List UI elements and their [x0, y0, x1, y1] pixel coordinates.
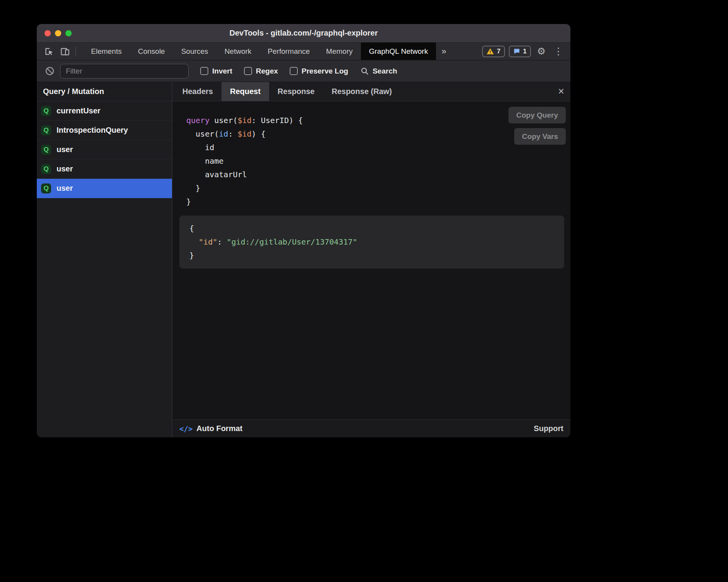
- search-toggle[interactable]: Search: [361, 67, 397, 75]
- minimize-window-button[interactable]: [55, 30, 61, 36]
- search-label: Search: [373, 67, 397, 75]
- tab-response-raw[interactable]: Response (Raw): [323, 82, 400, 101]
- query-list-item-label: user: [57, 164, 73, 173]
- query-type-badge: Q: [41, 125, 51, 135]
- tab-sources[interactable]: Sources: [173, 43, 216, 60]
- preserve-log-checkbox[interactable]: Preserve Log: [290, 67, 348, 75]
- devtools-window: DevTools - gitlab.com/-/graphql-explorer…: [37, 24, 570, 437]
- auto-format-label: Auto Format: [196, 424, 242, 433]
- preserve-log-checkbox-box: [290, 67, 298, 75]
- invert-checkbox-box: [200, 67, 208, 75]
- traffic-lights: [45, 24, 72, 42]
- warning-icon: [486, 48, 494, 55]
- query-list-item-label: IntrospectionQuery: [57, 126, 128, 135]
- request-body: Copy Query Copy Vars query user($id: Use…: [172, 101, 570, 419]
- request-detail-panel: Headers Request Response Response (Raw) …: [172, 82, 570, 437]
- content-area: Query / Mutation Q currentUser Q Introsp…: [37, 82, 570, 437]
- filter-input[interactable]: [60, 64, 189, 79]
- regex-checkbox-box: [244, 67, 252, 75]
- regex-checkbox[interactable]: Regex: [244, 67, 278, 75]
- console-warnings-badge[interactable]: 7: [482, 46, 505, 57]
- code-brackets-icon: </>: [179, 425, 192, 433]
- tab-headers[interactable]: Headers: [174, 82, 221, 101]
- query-list-item-user-3-selected[interactable]: Q user: [37, 179, 172, 198]
- invert-checkbox-label: Invert: [212, 67, 232, 75]
- search-icon: [361, 67, 369, 75]
- auto-format-button[interactable]: </> Auto Format: [179, 424, 242, 433]
- query-type-badge: Q: [41, 106, 51, 116]
- toolbar-divider: [76, 47, 76, 56]
- sidebar-header: Query / Mutation: [37, 82, 172, 101]
- filter-toolbar: Invert Regex Preserve Log Search: [37, 60, 570, 82]
- copy-vars-button[interactable]: Copy Vars: [514, 128, 566, 145]
- main-tabs: Elements Console Sources Network Perform…: [83, 43, 436, 60]
- maximize-window-button[interactable]: [65, 30, 72, 36]
- devtools-tabbar: Elements Console Sources Network Perform…: [37, 43, 570, 60]
- tab-performance[interactable]: Performance: [259, 43, 318, 60]
- clear-block-icon[interactable]: [43, 65, 56, 78]
- window-title: DevTools - gitlab.com/-/graphql-explorer: [229, 29, 378, 38]
- support-link[interactable]: Support: [534, 424, 563, 433]
- close-panel-icon[interactable]: ×: [552, 82, 570, 101]
- issues-badge[interactable]: 1: [509, 46, 531, 57]
- tab-elements[interactable]: Elements: [83, 43, 130, 60]
- toolbar-icons: [37, 43, 83, 60]
- more-tabs-chevron-icon[interactable]: »: [436, 43, 452, 60]
- device-toolbar-icon[interactable]: [58, 45, 72, 58]
- inspect-element-icon[interactable]: [42, 45, 55, 58]
- tab-response[interactable]: Response: [269, 82, 323, 101]
- query-list-item-currentuser[interactable]: Q currentUser: [37, 101, 172, 121]
- graphql-variables-box: { "id": "gid://gitlab/User/13704317"}: [179, 216, 564, 269]
- query-list-item-introspectionquery[interactable]: Q IntrospectionQuery: [37, 121, 172, 140]
- query-list-item-label: user: [57, 145, 73, 154]
- query-list-sidebar: Query / Mutation Q currentUser Q Introsp…: [37, 82, 172, 437]
- query-type-badge: Q: [41, 183, 51, 193]
- detail-footer: </> Auto Format Support: [172, 419, 570, 437]
- invert-checkbox[interactable]: Invert: [200, 67, 232, 75]
- issues-bubble-icon: [513, 48, 520, 55]
- warning-count: 7: [497, 48, 500, 55]
- issues-count: 1: [523, 48, 527, 55]
- tab-memory[interactable]: Memory: [318, 43, 361, 60]
- tab-graphql-network[interactable]: GraphQL Network: [361, 43, 436, 60]
- tab-console[interactable]: Console: [130, 43, 173, 60]
- query-list-item-label: currentUser: [57, 106, 100, 115]
- kebab-menu-icon[interactable]: ⋮: [552, 45, 565, 58]
- query-list-item-user-1[interactable]: Q user: [37, 140, 172, 159]
- copy-query-button[interactable]: Copy Query: [508, 107, 566, 123]
- tabbar-right-controls: 7 1 ⚙ ⋮: [482, 43, 570, 60]
- settings-gear-icon[interactable]: ⚙: [535, 45, 548, 58]
- tab-network[interactable]: Network: [216, 43, 260, 60]
- query-type-badge: Q: [41, 145, 51, 155]
- titlebar: DevTools - gitlab.com/-/graphql-explorer: [37, 24, 570, 43]
- query-list-item-label: user: [57, 184, 73, 193]
- tab-request[interactable]: Request: [221, 82, 269, 101]
- close-window-button[interactable]: [45, 30, 51, 36]
- query-list-item-user-2[interactable]: Q user: [37, 159, 172, 179]
- regex-checkbox-label: Regex: [256, 67, 278, 75]
- preserve-log-checkbox-label: Preserve Log: [302, 67, 348, 75]
- detail-tabs: Headers Request Response Response (Raw) …: [172, 82, 570, 101]
- query-type-badge: Q: [41, 164, 51, 174]
